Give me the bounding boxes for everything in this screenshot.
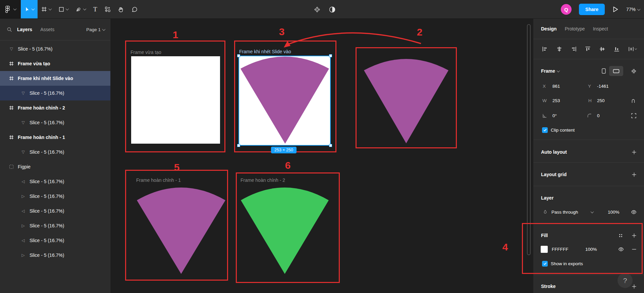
layer-row[interactable]: ▽Slice - 5 (16.7%) xyxy=(0,115,110,130)
align-vertical-center-icon[interactable] xyxy=(599,46,605,52)
layer-row[interactable]: ▽Slice - 5 (16.7%) xyxy=(0,42,110,56)
tab-prototype[interactable]: Prototype xyxy=(565,26,585,31)
align-right-icon[interactable] xyxy=(571,46,577,52)
distribute-spacing-icon[interactable] xyxy=(628,46,637,52)
constrain-proportions-icon[interactable] xyxy=(631,98,636,103)
page-selector[interactable]: Page 1 xyxy=(86,27,105,32)
orientation-portrait-icon[interactable] xyxy=(601,68,606,74)
avatar[interactable]: Q xyxy=(561,4,572,15)
layer-opacity-field[interactable]: 100% xyxy=(608,210,620,215)
hand-tool-button[interactable] xyxy=(114,0,128,18)
align-left-icon[interactable] xyxy=(542,46,548,52)
add-layout-grid-icon[interactable] xyxy=(632,172,637,177)
stroke-section-title: Stroke xyxy=(541,284,556,289)
blend-mode-row: Pass through 100% xyxy=(533,207,644,217)
align-horizontal-center-icon[interactable] xyxy=(556,46,562,52)
layer-row[interactable]: Frame hoàn chỉnh - 1 xyxy=(0,130,110,145)
layer-row[interactable]: ▽Slice - 5 (16.7%) xyxy=(0,86,110,100)
zoom-level-control[interactable]: 77% xyxy=(626,7,640,12)
show-in-exports-row: Show in exports xyxy=(533,258,644,269)
annotation-number-4: 4 xyxy=(502,241,508,253)
align-bottom-icon[interactable] xyxy=(614,46,620,52)
clip-content-checkbox[interactable] xyxy=(542,127,548,133)
fill-visibility-eye-icon[interactable] xyxy=(618,247,624,252)
y-value-field[interactable]: -1461 xyxy=(597,84,609,89)
layer-row-label: Slice - 5 (16.7%) xyxy=(30,223,64,228)
height-value-field[interactable]: 250 xyxy=(597,98,605,103)
layer-row-label: Slice - 5 (16.7%) xyxy=(18,46,52,52)
inspector-tabs: Design Prototype Inspect xyxy=(533,19,644,39)
corner-radius-field[interactable]: 0 xyxy=(597,113,600,118)
orientation-landscape-button[interactable] xyxy=(609,66,623,76)
layer-row[interactable]: ◁Slice - 5 (16.7%) xyxy=(0,233,110,248)
text-tool-button[interactable]: T xyxy=(90,0,101,18)
canvas[interactable]: Frame vừa tạo Frame khi nhét Slide vào F… xyxy=(111,19,533,293)
align-top-icon[interactable] xyxy=(585,46,591,52)
layer-row-label: Frame vừa tạo xyxy=(18,61,50,66)
annotation-rect-1 xyxy=(125,41,225,152)
fill-color-swatch[interactable] xyxy=(541,246,548,253)
add-auto-layout-icon[interactable] xyxy=(632,150,637,155)
chevron-down-icon xyxy=(32,7,35,10)
slice-down-icon: ▽ xyxy=(20,120,26,125)
layer-visibility-eye-icon[interactable] xyxy=(631,210,637,215)
chevron-down-icon xyxy=(557,69,560,72)
comment-tool-button[interactable] xyxy=(128,0,141,18)
component-diamonds-icon[interactable] xyxy=(314,6,320,13)
layer-row[interactable]: Frame khi nhét Slide vào xyxy=(0,71,110,86)
annotation-number-2: 2 xyxy=(417,26,423,38)
help-button[interactable]: ? xyxy=(618,273,633,288)
pen-tool-button[interactable] xyxy=(72,0,90,18)
layer-row[interactable]: Frame vừa tạo xyxy=(0,56,110,71)
frame-tool-button[interactable] xyxy=(38,0,55,18)
x-value-field[interactable]: 861 xyxy=(552,84,560,89)
canvas-scrollbar[interactable] xyxy=(527,24,531,255)
independent-corners-icon[interactable] xyxy=(631,113,637,119)
tab-layers[interactable]: Layers xyxy=(17,27,32,32)
frame-icon xyxy=(9,135,14,140)
layer-list: ▽Slice - 5 (16.7%)Frame vừa tạoFrame khi… xyxy=(0,42,110,263)
figma-main-menu[interactable] xyxy=(0,0,21,18)
contrast-icon[interactable] xyxy=(329,6,335,13)
slice-down-icon: ▽ xyxy=(20,150,26,154)
layer-row[interactable]: ▷Slice - 5 (16.7%) xyxy=(0,218,110,233)
add-fill-icon[interactable] xyxy=(632,233,637,238)
present-play-icon[interactable] xyxy=(612,6,619,13)
chevron-down-icon xyxy=(66,7,69,10)
layer-row[interactable]: ◁Slice - 5 (16.7%) xyxy=(0,204,110,218)
tab-design[interactable]: Design xyxy=(541,26,557,31)
shrink-to-fit-icon[interactable] xyxy=(631,68,637,74)
rotation-row: 0° 0 xyxy=(533,110,644,121)
tab-assets[interactable]: Assets xyxy=(40,27,54,32)
tab-inspect[interactable]: Inspect xyxy=(593,26,608,31)
layer-row[interactable]: ▽Slice - 5 (16.7%) xyxy=(0,145,110,159)
layer-row[interactable]: ◁Slice - 5 (16.7%) xyxy=(0,174,110,189)
move-tool-button[interactable] xyxy=(21,0,38,18)
figpie-icon xyxy=(9,165,14,169)
layer-row[interactable]: Figpie xyxy=(0,159,110,174)
annotation-number-5: 5 xyxy=(174,162,180,173)
layer-section-title-row: Layer xyxy=(533,193,644,203)
fill-styles-grid-icon[interactable] xyxy=(618,233,623,238)
add-stroke-icon[interactable] xyxy=(632,284,637,289)
rotation-value-field[interactable]: 0° xyxy=(552,113,557,118)
layer-row[interactable]: ▷Slice - 5 (16.7%) xyxy=(0,189,110,204)
fill-hex-field[interactable]: FFFFFF xyxy=(552,247,568,252)
fill-color-row: FFFFFF 100% xyxy=(533,244,644,254)
resources-tool-button[interactable] xyxy=(101,0,114,18)
layer-row-label: Slice - 5 (16.7%) xyxy=(30,238,64,243)
layer-row[interactable]: ▷Slice - 5 (16.7%) xyxy=(0,248,110,263)
size-row: W 253 H 250 xyxy=(533,95,644,106)
blend-mode-dropdown[interactable]: Pass through xyxy=(551,210,578,215)
shape-tool-button[interactable] xyxy=(55,0,72,18)
frame-type-dropdown[interactable]: Frame xyxy=(541,68,555,74)
layer-row[interactable]: Frame hoàn chỉnh - 2 xyxy=(0,100,110,115)
fill-opacity-field[interactable]: 100% xyxy=(585,247,597,252)
share-button[interactable]: Share xyxy=(579,4,605,15)
show-in-exports-checkbox[interactable] xyxy=(542,261,548,267)
layout-grid-row: Layout grid xyxy=(533,169,644,180)
search-icon[interactable] xyxy=(7,27,12,32)
layer-row-label: Frame khi nhét Slide vào xyxy=(18,76,73,81)
width-value-field[interactable]: 253 xyxy=(552,98,560,103)
remove-fill-minus-icon[interactable] xyxy=(632,247,637,252)
